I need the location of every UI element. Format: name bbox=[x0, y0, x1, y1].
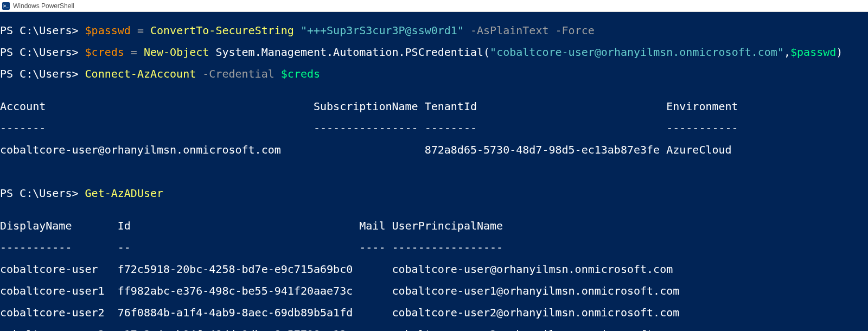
account-table-header: Account SubscriptionName TenantId Enviro… bbox=[0, 101, 868, 112]
prompt: PS C:\Users> bbox=[0, 24, 85, 37]
table-row: cobaltcore-user2 76f0884b-a1f4-4ab9-8aec… bbox=[0, 307, 868, 318]
table-row: cobaltcore-user1 ff982abc-e376-498c-be55… bbox=[0, 285, 868, 296]
table-row: cobaltcore-user f72c5918-20bc-4258-bd7e-… bbox=[0, 264, 868, 275]
account-table-row: cobaltcore-user@orhanyilmsn.onmicrosoft.… bbox=[0, 144, 868, 155]
variable-passwd-ref: $passwd bbox=[790, 46, 836, 59]
cmdlet: Connect-AzAccount bbox=[85, 67, 196, 80]
parameter: -Credential bbox=[196, 67, 281, 80]
variable-creds-ref: $creds bbox=[281, 67, 320, 80]
powershell-icon: >_ bbox=[2, 2, 10, 10]
command-line-2: PS C:\Users> $creds = New-Object System.… bbox=[0, 47, 868, 58]
table-row: cobaltcore-user3 c17e3e4c-b94f-48dd-9dba… bbox=[0, 329, 868, 331]
account-table-divider: ------- ---------------- -------- ------… bbox=[0, 123, 868, 133]
assign-op: = bbox=[124, 46, 144, 59]
variable-passwd: $passwd bbox=[85, 24, 131, 37]
command-line-1: PS C:\Users> $passwd = ConvertTo-SecureS… bbox=[0, 25, 868, 36]
assign-op: = bbox=[131, 24, 150, 37]
prompt: PS C:\Users> bbox=[0, 67, 85, 80]
type-expr: System.Management.Automation.PSCredentia… bbox=[209, 46, 490, 59]
variable-creds: $creds bbox=[85, 46, 124, 59]
window-title: Windows PowerShell bbox=[13, 2, 74, 10]
close-paren: ) bbox=[836, 46, 843, 59]
string-literal: "+++Sup3rS3cur3P@ssw0rd1" bbox=[294, 24, 464, 37]
command-line-4: PS C:\Users> Get-AzADUser bbox=[0, 188, 868, 199]
parameters: -AsPlainText -Force bbox=[464, 24, 595, 37]
string-literal: "cobaltcore-user@orhanyilmsn.onmicrosoft… bbox=[490, 46, 784, 59]
cmdlet: ConvertTo-SecureString bbox=[150, 24, 294, 37]
prompt: PS C:\Users> bbox=[0, 46, 85, 59]
window-titlebar[interactable]: >_ Windows PowerShell bbox=[0, 0, 868, 12]
users-table-divider: ----------- -- ---- ----------------- bbox=[0, 242, 868, 253]
comma: , bbox=[784, 46, 790, 59]
terminal-body[interactable]: PS C:\Users> $passwd = ConvertTo-SecureS… bbox=[0, 12, 868, 331]
cmdlet: New-Object bbox=[144, 46, 209, 59]
users-table-header: DisplayName Id Mail UserPrincipalName bbox=[0, 220, 868, 231]
command-line-3: PS C:\Users> Connect-AzAccount -Credenti… bbox=[0, 68, 868, 79]
cmdlet: Get-AzADUser bbox=[85, 187, 164, 200]
prompt: PS C:\Users> bbox=[0, 187, 85, 200]
